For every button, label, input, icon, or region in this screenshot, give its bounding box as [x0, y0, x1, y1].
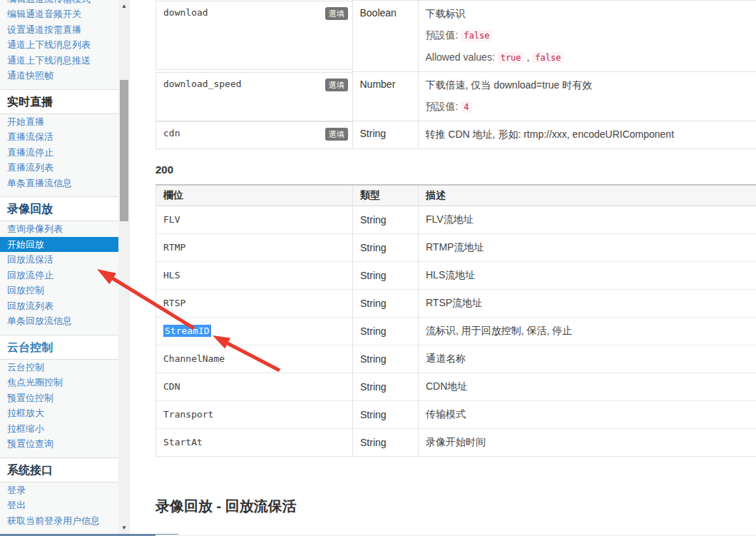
sidebar-item[interactable]: 设置通道按需直播 [0, 22, 118, 38]
param-type-cell: String [352, 121, 418, 149]
response-row: RTSPStringRTSP流地址 [156, 289, 756, 317]
param-desc-cell: 转推 CDN 地址, 形如: rtmp://xxx, encodeURIComp… [418, 121, 756, 149]
sidebar: 编辑通道流传输模式编辑通道音频开关设置通道按需直播通道上下线消息列表通道上下线消… [0, 0, 130, 536]
response-type-cell: String [353, 428, 419, 456]
response-row: RTMPStringRTMP流地址 [156, 233, 756, 261]
param-field-cell: download選填 [155, 1, 352, 70]
response-desc-cell: 流标识, 用于回放控制, 保活, 停止 [419, 317, 756, 345]
desc-line: 預設值: false [426, 28, 750, 44]
response-row: StreamIDString流标识, 用于回放控制, 保活, 停止 [156, 317, 756, 345]
response-table-header: 欄位類型描述 [156, 185, 756, 206]
sidebar-item[interactable]: 直播流列表 [0, 160, 118, 176]
sidebar-item[interactable]: 云台控制 [0, 360, 118, 375]
sidebar-item[interactable]: 单条直播流信息 [0, 176, 118, 191]
sidebar-item[interactable]: 获取当前登录用户信息 [0, 513, 118, 529]
sidebar-item[interactable]: 登出 [0, 497, 118, 513]
response-type-cell: String [353, 289, 419, 317]
response-desc-cell: 传输模式 [419, 400, 756, 428]
sidebar-item[interactable]: 单条回放流信息 [0, 313, 118, 329]
sidebar-item[interactable]: 回放流停止 [0, 268, 118, 283]
sidebar-section-header[interactable]: 录像回放 [0, 196, 118, 221]
response-field-cell: StreamID [156, 317, 353, 345]
optional-badge: 選填 [325, 79, 348, 91]
desc-text: 下载标识 [426, 8, 466, 19]
sidebar-section-header[interactable]: 实时直播 [0, 89, 118, 114]
scroll-up-icon[interactable]: ▲ [118, 2, 130, 11]
sidebar-item[interactable]: 通道快照帧 [0, 68, 118, 84]
sidebar-item-partial[interactable]: 编辑通道流传输模式 [0, 0, 118, 6]
code-value: false [532, 52, 563, 64]
param-name: download [163, 7, 208, 18]
response-row: FLVStringFLV流地址 [156, 206, 756, 233]
desc-line: 預設值: 4 [426, 99, 750, 115]
sidebar-item[interactable]: 编辑通道音频开关 [0, 6, 118, 22]
sidebar-item[interactable]: 回放流保活 [0, 252, 118, 268]
response-desc-cell: RTSP流地址 [419, 289, 756, 317]
response-type-cell: String [353, 233, 419, 261]
api-doc-page: 编辑通道流传输模式编辑通道音频开关设置通道按需直播通道上下线消息列表通道上下线消… [0, 0, 756, 536]
sidebar-item[interactable]: 预置位查询 [0, 436, 118, 452]
desc-text: , [524, 51, 533, 63]
param-field-cell: cdn選填 [155, 121, 352, 149]
response-row: CDNStringCDN地址 [156, 373, 756, 400]
content: download選填Boolean下载标识預設值: falseAllowed v… [155, 0, 756, 536]
desc-text: 下载倍速, 仅当 download=true 时有效 [426, 79, 593, 91]
sidebar-item[interactable]: 焦点光圈控制 [0, 375, 118, 390]
sidebar-item[interactable]: 回放流列表 [0, 298, 118, 314]
sidebar-item[interactable]: 拉框缩小 [0, 421, 118, 437]
response-type-cell: String [353, 261, 419, 289]
param-field-cell: download_speed選填 [155, 72, 352, 121]
sidebar-section-header[interactable]: 系统接口 [0, 457, 118, 482]
scroll-down-icon[interactable]: ▼ [118, 524, 130, 532]
sidebar-item[interactable]: 通道上下线消息列表 [0, 37, 118, 53]
next-section-title: 录像回放 - 回放流保活 [155, 497, 756, 515]
response-type-cell: String [353, 317, 419, 345]
response-column-header: 描述 [419, 185, 756, 206]
sidebar-item[interactable]: 预置位控制 [0, 390, 118, 406]
code-value: 4 [461, 101, 471, 113]
desc-line: 转推 CDN 地址, 形如: rtmp://xxx, encodeURIComp… [426, 127, 750, 142]
desc-text: 转推 CDN 地址, 形如: rtmp://xxx, encodeURIComp… [426, 128, 675, 140]
sidebar-item[interactable]: 开始回放 [0, 237, 118, 253]
desc-text: Allowed values: [426, 51, 498, 63]
param-type: String [360, 128, 387, 139]
sidebar-item[interactable]: 回放控制 [0, 283, 118, 298]
response-desc-cell: 通道名称 [419, 345, 756, 373]
response-desc-cell: HLS流地址 [419, 261, 756, 289]
sidebar-section-header[interactable]: 云台控制 [0, 335, 118, 360]
response-column-header: 欄位 [156, 185, 353, 206]
sidebar-item[interactable]: 直播流保活 [0, 129, 118, 145]
sidebar-item[interactable]: 通道上下线消息推送 [0, 53, 118, 69]
desc-text: 預設值: [426, 29, 461, 41]
request-params-table: download選填Boolean下载标识預設值: falseAllowed v… [155, 0, 756, 149]
response-field-cell: ChannelName [156, 345, 353, 373]
sidebar-scrollbar[interactable]: ▲ ▼ [118, 0, 130, 536]
response-field-cell: StartAt [156, 428, 353, 456]
sidebar-item[interactable]: 拉框放大 [0, 405, 118, 421]
param-row: cdn選填String转推 CDN 地址, 形如: rtmp://xxx, en… [155, 121, 756, 149]
code-value: false [461, 30, 492, 41]
response-table: 欄位類型描述 FLVStringFLV流地址RTMPStringRTMP流地址H… [155, 184, 756, 457]
response-field-cell: FLV [156, 206, 353, 233]
response-type-cell: String [353, 345, 419, 373]
response-field-cell: RTMP [156, 233, 353, 261]
response-desc-cell: FLV流地址 [419, 206, 756, 233]
sidebar-item[interactable]: 开始直播 [0, 114, 118, 130]
sidebar-item[interactable]: 查询录像列表 [0, 221, 118, 237]
response-row: StartAtString录像开始时间 [156, 428, 756, 456]
response-field-cell: CDN [156, 373, 353, 400]
desc-text: 預設值: [426, 101, 461, 112]
desc-line: Allowed values: true , false [426, 50, 750, 66]
optional-badge: 選填 [325, 128, 348, 141]
response-row: TransportString传输模式 [156, 400, 756, 428]
selected-text-highlight[interactable]: StreamID [163, 325, 211, 337]
response-column-header: 類型 [353, 185, 419, 206]
sidebar-item[interactable]: 登录 [0, 482, 118, 498]
scrollbar-thumb[interactable] [120, 80, 128, 221]
response-status-label: 200 [155, 163, 756, 177]
sidebar-item[interactable]: 直播流停止 [0, 145, 118, 161]
param-type-cell: Boolean [352, 1, 418, 72]
param-desc-cell: 下载倍速, 仅当 download=true 时有效預設值: 4 [418, 72, 756, 121]
response-field-cell: Transport [156, 400, 353, 428]
optional-badge: 選填 [325, 7, 348, 20]
